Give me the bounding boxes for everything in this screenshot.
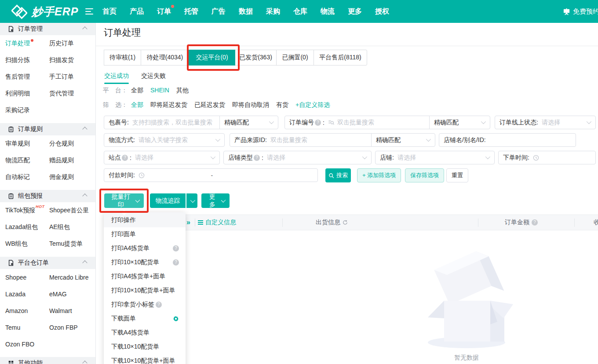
quick-filter-option[interactable]: 已延迟发货 [194,101,225,109]
sidebar-item[interactable]: 审单规则 [0,135,44,152]
help-icon[interactable] [254,155,260,161]
nav-item[interactable]: 首页 [102,7,117,16]
status-tab[interactable]: 待审核(1) [104,50,141,66]
sidebar-item[interactable]: Mercado Libre [44,269,95,286]
help-icon[interactable] [173,259,179,266]
reset-button[interactable]: 重置 [446,168,468,182]
pay-time-field[interactable]: 付款时间: - [104,168,318,182]
sidebar-item[interactable]: 扫描发货 [44,52,95,69]
sidebar-item[interactable]: eMAG [44,286,95,302]
nav-item[interactable]: 托管 [184,7,198,16]
sidebar-item[interactable]: WB组包 [0,236,44,252]
help-icon[interactable] [532,219,538,226]
sidebar-section-header-order-rules[interactable]: 订单规则 [0,123,95,135]
store-name-field[interactable]: 店铺名/别名/ID: [439,133,576,147]
print-menu-item[interactable]: 打印面单 [104,227,186,241]
sidebar-item[interactable]: 自动标记 [0,169,44,186]
batch-print-button[interactable]: 批量打印 [104,193,144,208]
print-menu-item[interactable]: 打印A4拣货单 [104,241,186,255]
sidebar-item[interactable]: 手工订单 [44,69,95,85]
store-select[interactable]: 店铺: 请选择 [375,151,495,164]
sidebar-item[interactable]: Lazada组包 [0,219,44,236]
print-menu-item[interactable]: 下载10×10配货单+面单 [104,354,186,364]
status-tab[interactable]: 已搁置(0) [276,50,314,66]
custom-info-toggle[interactable]: 自定义信息 [198,215,236,230]
print-menu-item[interactable]: 下载面单 [104,312,186,326]
help-icon[interactable] [156,302,162,308]
sidebar-item[interactable]: 利润明细 [0,85,44,102]
sidebar-item[interactable]: 佣金规则 [44,169,95,186]
sidebar-section-header-other-functions[interactable]: 其他功能 [0,357,95,364]
sidebar-item[interactable]: 物流匹配 [0,152,44,169]
online-status-select[interactable]: 订单线上状态: 请选择 [495,116,596,129]
platform-option[interactable]: 其他 [176,87,189,95]
sidebar-item[interactable]: Ozon FBP [44,319,95,336]
sidebar-item[interactable]: 历史订单 [44,35,95,52]
quick-filter-option[interactable]: 全部 [131,101,143,109]
order-match-select[interactable]: 精确匹配 [429,116,490,129]
sidebar-item[interactable]: AE组包 [44,219,95,236]
sidebar-section-header-pack-forecast[interactable]: 组包预报 [0,190,95,202]
refresh-icon[interactable] [343,220,348,225]
subtab[interactable]: 交运失败 [141,72,166,84]
sidebar-item[interactable]: Lazada [0,286,44,302]
nav-item[interactable]: 数据 [239,7,253,16]
print-menu-item[interactable]: 打印10×10配货单+面单 [104,284,186,298]
package-match-select[interactable]: 精确匹配 [219,116,278,129]
logistics-tracking-button[interactable]: 物流追踪 [150,193,186,208]
platform-option[interactable]: 全部 [131,87,143,95]
sidebar-item[interactable]: TikTok预报 HOT [0,202,44,219]
sidebar-item[interactable]: Temu提货单 [44,236,95,252]
sidebar-item[interactable]: Temu [0,319,44,336]
print-menu-item[interactable]: 下载A4拣货单 [104,326,186,340]
print-menu-item[interactable]: 下载10×10配货单 [104,340,186,354]
quick-filter-option[interactable]: 有货 [276,101,288,109]
column-order-amount[interactable]: 订单金额 [505,215,538,230]
menu-toggle-icon[interactable] [85,8,93,15]
sidebar-item[interactable]: Amazon [0,302,44,319]
order-no-field[interactable]: 订单编号 : 双击批量搜索 [284,116,430,129]
source-match-select[interactable]: 精确匹配 [371,133,435,147]
sidebar-item[interactable]: 扫描分拣 [0,52,44,69]
nav-item[interactable]: 物流 [321,7,335,16]
status-tab[interactable]: 已发货(363) [235,50,277,66]
sidebar-item[interactable]: 赠品规则 [44,152,95,169]
column-receiver[interactable]: 收件人 [594,215,598,230]
logistics-method-select[interactable]: 物流方式: 请输入关键字搜索 [104,133,225,147]
sidebar-section-header-order-management[interactable]: 订单管理 [0,23,95,35]
sidebar-item[interactable]: 货代管理 [44,85,95,102]
nav-item[interactable]: 更多 [348,7,362,16]
column-shipping-info[interactable]: 出货信息 [316,215,348,230]
sidebar-section-header-platform-warehouse[interactable]: 平台仓订单 [0,257,95,269]
subtab[interactable]: 交运成功 [104,72,129,84]
nav-item[interactable]: 产品 [130,7,144,16]
sidebar-item[interactable]: Walmart [44,302,95,319]
nav-item[interactable]: 广告 [211,7,226,16]
more-actions-button[interactable]: 更多 [201,193,230,208]
sidebar-item[interactable]: Ozon FBO [0,336,44,353]
status-tab[interactable]: 平台售后(8118) [314,50,367,66]
order-time-field[interactable]: 下单时间: [498,151,596,164]
save-filter-button[interactable]: 保存筛选项 [405,168,444,182]
platform-option[interactable]: SHEIN [150,87,169,95]
nav-item[interactable]: 采购 [266,7,280,16]
sidebar-item[interactable]: 售后管理 [0,69,44,85]
status-tab[interactable]: 交运平台(0) [189,50,235,66]
sidebar-item[interactable]: Shopee [0,269,44,286]
quick-filter-option[interactable]: 即将自动取消 [232,101,269,109]
logistics-tracking-dropdown-button[interactable] [186,193,197,208]
product-source-id-field[interactable]: 产品来源ID: 双击批量搜索 [230,133,372,147]
nav-item[interactable]: 仓库 [293,7,307,16]
print-menu-item[interactable]: 打印A4拣货单+面单 [104,269,186,284]
sidebar-item[interactable]: Shopee首公里 [44,202,95,219]
help-icon[interactable] [315,120,321,126]
quick-filter-option[interactable]: 即将延迟发货 [150,101,187,109]
print-menu-item[interactable]: 打印10×10配货单 [104,255,186,269]
app-logo[interactable]: 妙手ERP [11,4,78,19]
nav-item[interactable]: 授权 [375,7,389,16]
store-type-select[interactable]: 店铺类型 : 请选择 [223,151,372,164]
sidebar-item[interactable]: 分仓规则 [44,135,95,152]
sidebar-item[interactable]: 订单处理 [0,35,44,52]
site-select[interactable]: 站点 : 请选择 [104,151,220,164]
search-button[interactable]: 搜索 [325,168,351,182]
